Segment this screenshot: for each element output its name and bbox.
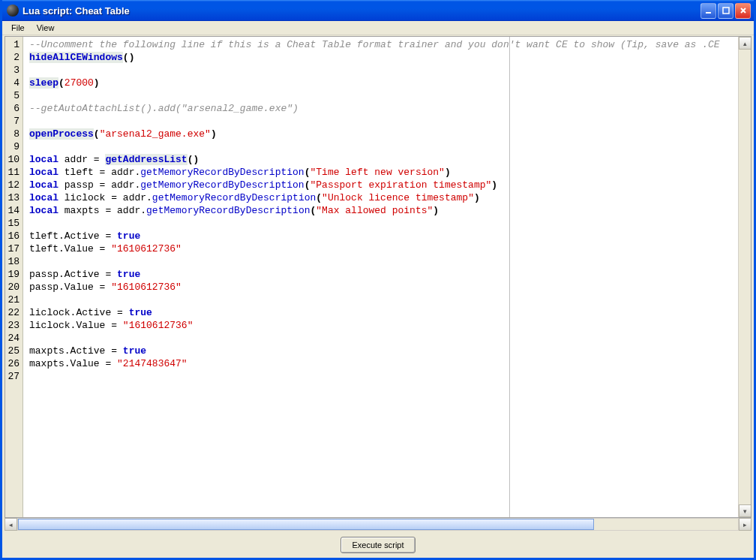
code-line[interactable] [29, 64, 738, 77]
code-line[interactable]: --getAutoAttachList().add("arsenal2_game… [29, 102, 738, 115]
scroll-right-arrow-icon[interactable]: ▸ [739, 518, 752, 531]
scroll-left-arrow-icon[interactable]: ◂ [4, 518, 17, 531]
window-frame: Lua script: Cheat Table File View 123456… [0, 0, 756, 560]
margin-guide [509, 37, 510, 517]
code-line[interactable] [29, 255, 738, 268]
code-line[interactable]: passp.Value = "1610612736" [29, 281, 738, 294]
editor-body: 1234567891011121314151617181920212223242… [5, 37, 751, 517]
code-line[interactable]: --Uncomment the following line if this i… [29, 38, 738, 51]
code-line[interactable]: passp.Active = true [29, 268, 738, 281]
editor: 1234567891011121314151617181920212223242… [4, 36, 752, 518]
line-number: 22 [7, 306, 20, 319]
line-number: 10 [7, 153, 20, 166]
code-line[interactable]: liclock.Active = true [29, 306, 738, 319]
line-number: 18 [7, 255, 20, 268]
line-number: 7 [7, 115, 20, 128]
code-line[interactable]: maxpts.Active = true [29, 345, 738, 357]
menubar: File View [2, 21, 754, 35]
menu-view[interactable]: View [31, 22, 61, 34]
line-number: 2 [7, 51, 20, 64]
vscroll-track[interactable] [739, 50, 751, 504]
execute-script-button[interactable]: Execute script [340, 537, 415, 553]
line-number: 9 [7, 140, 20, 153]
code-line[interactable] [29, 370, 738, 383]
line-number: 16 [7, 230, 20, 242]
scroll-down-arrow-icon[interactable]: ▾ [739, 504, 751, 517]
titlebar[interactable]: Lua script: Cheat Table [2, 0, 754, 21]
line-number: 26 [7, 357, 20, 370]
line-number: 20 [7, 281, 20, 294]
line-number: 15 [7, 217, 20, 230]
code-line[interactable]: local tleft = addr.getMemoryRecordByDesc… [29, 166, 738, 179]
minimize-icon [705, 7, 712, 14]
code-line[interactable] [29, 217, 738, 230]
line-number: 11 [7, 166, 20, 179]
code-line[interactable] [29, 89, 738, 102]
code-line[interactable]: tleft.Value = "1610612736" [29, 242, 738, 255]
vertical-scrollbar[interactable]: ▴ ▾ [738, 37, 751, 517]
line-number: 6 [7, 102, 20, 115]
code-line[interactable]: local addr = getAddressList() [29, 153, 738, 166]
code-line[interactable]: hideAllCEWindows() [29, 51, 738, 64]
line-number: 19 [7, 268, 20, 281]
horizontal-scrollbar[interactable]: ◂ ▸ [4, 518, 752, 531]
code-area[interactable]: --Uncomment the following line if this i… [23, 37, 738, 384]
line-number: 23 [7, 319, 20, 332]
line-number: 14 [7, 204, 20, 217]
close-icon [740, 7, 747, 14]
code-line[interactable] [29, 294, 738, 306]
line-number: 27 [7, 370, 20, 383]
maximize-icon [722, 7, 730, 14]
line-number: 13 [7, 191, 20, 204]
code-line[interactable]: sleep(27000) [29, 77, 738, 89]
window-title: Lua script: Cheat Table [22, 5, 700, 17]
code-line[interactable]: openProcess("arsenal2_game.exe") [29, 128, 738, 140]
minimize-button[interactable] [700, 3, 716, 19]
line-number: 8 [7, 128, 20, 140]
line-number: 5 [7, 89, 20, 102]
code-line[interactable]: local liclock = addr.getMemoryRecordByDe… [29, 191, 738, 204]
code-column: --Uncomment the following line if this i… [23, 37, 738, 517]
button-row: Execute script [2, 532, 754, 558]
hscroll-thumb[interactable] [18, 519, 594, 530]
line-number: 1 [7, 38, 20, 51]
code-line[interactable]: tleft.Active = true [29, 230, 738, 242]
code-line[interactable] [29, 140, 738, 153]
menu-file[interactable]: File [5, 22, 31, 34]
code-line[interactable]: local passp = addr.getMemoryRecordByDesc… [29, 179, 738, 191]
code-line[interactable]: liclock.Value = "1610612736" [29, 319, 738, 332]
app-icon [7, 5, 19, 17]
window-controls [700, 3, 751, 19]
line-number-gutter: 1234567891011121314151617181920212223242… [5, 37, 23, 517]
svg-rect-0 [706, 12, 711, 14]
code-line[interactable]: maxpts.Value = "2147483647" [29, 357, 738, 370]
code-line[interactable] [29, 115, 738, 128]
line-number: 12 [7, 179, 20, 191]
svg-rect-1 [723, 8, 729, 14]
code-line[interactable] [29, 332, 738, 345]
line-number: 25 [7, 345, 20, 357]
line-number: 21 [7, 294, 20, 306]
maximize-button[interactable] [718, 3, 734, 19]
close-button[interactable] [735, 3, 751, 19]
line-number: 24 [7, 332, 20, 345]
line-number: 4 [7, 77, 20, 89]
line-number: 3 [7, 64, 20, 77]
code-line[interactable]: local maxpts = addr.getMemoryRecordByDes… [29, 204, 738, 217]
scroll-up-arrow-icon[interactable]: ▴ [739, 37, 751, 50]
hscroll-track[interactable] [17, 518, 739, 531]
line-number: 17 [7, 242, 20, 255]
